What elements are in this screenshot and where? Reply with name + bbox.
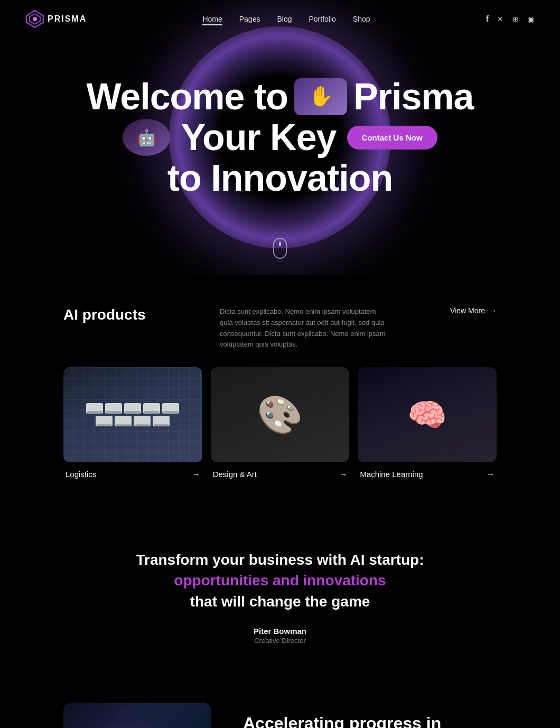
product-card-design-art[interactable]: 🎨 Design & Art →	[211, 367, 350, 481]
ml-name: Machine Learning	[360, 470, 423, 479]
quote-main: Transform your business with AI startup:	[136, 552, 424, 568]
twitter-icon[interactable]: ✕	[497, 15, 503, 23]
facebook-icon[interactable]: f	[486, 14, 489, 24]
view-more-link[interactable]: View More →	[450, 306, 497, 315]
quote-end: that will change the game	[190, 593, 370, 610]
nav-portfolio[interactable]: Portfolio	[309, 15, 335, 23]
hero-section: Welcome to ✋ Prisma 🤖 Your Key Contact U…	[0, 0, 560, 275]
design-arrow: →	[339, 470, 347, 479]
view-more-label: View More	[450, 306, 485, 315]
nav-blog[interactable]: Blog	[277, 15, 292, 23]
nav-home[interactable]: Home	[202, 15, 222, 25]
quote-text: Transform your business with AI startup:…	[122, 549, 438, 612]
product-label-logistics: Logistics →	[63, 462, 202, 481]
hero-text-welcome: Welcome to	[86, 77, 288, 117]
dribbble-icon[interactable]: ⊕	[512, 14, 519, 24]
hero-text-yourkey: Your Key	[181, 117, 336, 158]
products-grid: Logistics → 🎨 Design & Art → 🧠 Machine L…	[63, 367, 497, 481]
section-header: AI products Dicta sunt explicabo. Nemo e…	[63, 306, 497, 350]
hero-thumbnail-hand: ✋	[294, 78, 347, 115]
nav-links: Home Pages Blog Portfolio Shop	[202, 14, 370, 24]
social-links: f ✕ ⊕ ◉	[486, 14, 535, 24]
ml-arrow: →	[487, 470, 494, 479]
product-card-logistics[interactable]: Logistics →	[63, 367, 202, 481]
product-image-art: 🎨	[211, 367, 350, 462]
contact-us-button[interactable]: Contact Us Now	[347, 126, 437, 150]
product-image-ml: 🧠	[358, 367, 497, 462]
logo-text: PRISMA	[48, 14, 87, 24]
logistics-name: Logistics	[66, 470, 96, 479]
nav-pages[interactable]: Pages	[239, 15, 260, 23]
view-more-arrow: →	[489, 306, 497, 315]
ai-content: Accelerating progress in artificial inte…	[243, 703, 497, 728]
ai-section-title: Accelerating progress in artificial inte…	[243, 713, 497, 728]
product-card-machine-learning[interactable]: 🧠 Machine Learning →	[358, 367, 497, 481]
quote-highlight: opportunities and innovations	[174, 572, 386, 589]
logo[interactable]: PRISMA	[25, 10, 87, 29]
quote-author: Piter Bowman	[63, 627, 497, 636]
svg-point-2	[33, 17, 37, 21]
hero-thumbnail-ai: 🤖	[123, 119, 170, 156]
hero-text-prisma: Prisma	[353, 77, 473, 117]
ai-products-title: AI products	[63, 306, 158, 323]
quote-role: Creative Director	[63, 637, 497, 645]
product-label-ml: Machine Learning →	[358, 462, 497, 481]
navbar: PRISMA Home Pages Blog Portfolio Shop f …	[0, 0, 560, 38]
nav-shop[interactable]: Shop	[353, 15, 370, 23]
product-image-logistics	[63, 367, 202, 462]
scroll-indicator	[273, 238, 287, 259]
design-name: Design & Art	[213, 470, 257, 479]
ai-progress-section: Accelerating progress in artificial inte…	[0, 682, 560, 728]
ai-products-desc: Dicta sunt explicabo. Nemo enim ipsam vo…	[220, 306, 389, 350]
ai-products-section: AI products Dicta sunt explicabo. Nemo e…	[0, 275, 560, 512]
product-label-design: Design & Art →	[211, 462, 350, 481]
ai-image	[63, 703, 211, 728]
hero-title: Welcome to ✋ Prisma 🤖 Your Key Contact U…	[86, 77, 473, 199]
hero-text-innovation: to Innovation	[167, 157, 393, 199]
instagram-icon[interactable]: ◉	[527, 14, 535, 24]
scroll-dot	[279, 242, 281, 246]
quote-section: Transform your business with AI startup:…	[0, 512, 560, 682]
logistics-arrow: →	[192, 470, 200, 479]
